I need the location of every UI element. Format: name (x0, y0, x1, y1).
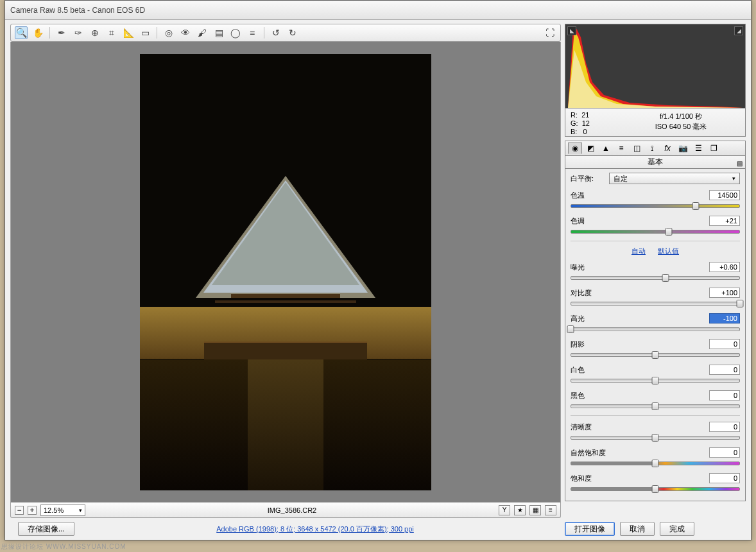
open-image-button[interactable]: 打开图像 (565, 522, 615, 536)
cancel-button[interactable]: 取消 (620, 522, 655, 536)
highlights-value[interactable]: -100 (709, 313, 740, 323)
main-toolbar: 🔍 ✋ ✒ ✑ ⊕ ⌗ 📐 ▭ ◎ 👁 🖌 ▤ ◯ ≡ ↺ ↻ (10, 24, 561, 42)
done-button[interactable]: 完成 (660, 522, 694, 536)
highlights-slider[interactable] (571, 325, 740, 333)
shadows-slider[interactable] (571, 351, 740, 359)
exif-line1: f/1.4 1/100 秒 (622, 111, 740, 121)
crop-tool[interactable]: ⌗ (105, 26, 118, 39)
filename-label: IMG_3586.CR2 (268, 506, 316, 514)
clarity-value[interactable]: 0 (709, 422, 740, 432)
workflow-link[interactable]: Adobe RGB (1998); 8 位; 3648 x 5472 (20.0… (216, 524, 414, 534)
whites-slider[interactable] (571, 377, 740, 384)
wb-select[interactable]: 自定 (609, 173, 740, 184)
blacks-value[interactable]: 0 (709, 390, 740, 401)
contrast-slider[interactable] (571, 300, 740, 307)
tab-presets[interactable]: ☰ (691, 142, 705, 154)
tab-snapshots[interactable]: ❐ (707, 142, 721, 154)
tab-curve[interactable]: ◩ (583, 142, 597, 154)
rotate-ccw-tool[interactable]: ↺ (270, 26, 282, 39)
panel-title: 基本 ▤ (565, 156, 746, 169)
window-title: Camera Raw 8.5 beta - Canon EOS 6D (10, 6, 145, 15)
tab-lens[interactable]: ⟟ (645, 142, 659, 154)
clarity-slider[interactable] (571, 434, 740, 442)
whites-value[interactable]: 0 (709, 365, 740, 375)
tint-slider[interactable] (571, 228, 740, 236)
list-button[interactable]: ≡ (545, 505, 556, 515)
camera-raw-window: Camera Raw 8.5 beta - Canon EOS 6D 🔍 ✋ ✒… (4, 0, 752, 540)
prefs-tool[interactable]: ≡ (246, 26, 259, 39)
basic-panel: 白平衡: 自定 色温14500 色调+21 自动 默认值 曝光+0.60 对比度… (565, 169, 746, 501)
saturation-slider[interactable] (571, 485, 740, 493)
contrast-value[interactable]: +100 (709, 288, 740, 298)
radial-filter-tool[interactable]: ◯ (229, 26, 242, 39)
action-row-left: 存储图像... Adobe RGB (1998); 8 位; 3648 x 54… (10, 518, 561, 537)
redeye-tool[interactable]: 👁 (179, 26, 192, 39)
auto-default-links: 自动 默认值 (571, 246, 740, 256)
wb-eyedropper-tool[interactable]: ✒ (55, 26, 68, 39)
grid-button[interactable]: ▦ (529, 505, 541, 515)
zoom-select[interactable]: 12.5% (40, 505, 85, 516)
fullscreen-toggle[interactable]: ⛶ (544, 26, 556, 39)
tab-fx[interactable]: fx (660, 142, 674, 154)
vibrance-value[interactable]: 0 (709, 447, 740, 458)
tint-value[interactable]: +21 (709, 216, 740, 226)
spot-removal-tool[interactable]: ◎ (162, 26, 175, 39)
histogram[interactable]: ◣ ◢ (565, 24, 746, 108)
watermark: 思缘设计论坛 WWW.MISSYUAN.COM (1, 542, 126, 551)
tab-hsl[interactable]: ≡ (614, 142, 628, 154)
zoom-tool[interactable]: 🔍 (15, 26, 28, 39)
photo-content (140, 54, 431, 490)
panel-tabs: ◉ ◩ ▲ ≡ ◫ ⟟ fx 📷 ☰ ❐ (565, 141, 746, 156)
tab-camera[interactable]: 📷 (676, 142, 690, 154)
temp-slider[interactable] (571, 202, 740, 210)
graduated-filter-tool[interactable]: ▤ (212, 26, 225, 39)
rating-button[interactable]: ★ (514, 505, 526, 515)
tab-detail[interactable]: ▲ (599, 142, 613, 154)
adjustment-brush-tool[interactable]: 🖌 (196, 26, 209, 39)
blacks-slider[interactable] (571, 402, 740, 410)
wb-label: 白平衡: (571, 174, 609, 184)
saturation-value[interactable]: 0 (709, 473, 740, 483)
auto-link[interactable]: 自动 (631, 247, 646, 255)
zoom-out-button[interactable]: − (15, 506, 24, 515)
save-image-button[interactable]: 存储图像... (18, 522, 74, 536)
lens-tool[interactable]: ▭ (139, 26, 151, 39)
titlebar[interactable]: Camera Raw 8.5 beta - Canon EOS 6D (5, 1, 751, 20)
image-preview[interactable] (10, 42, 561, 503)
rotate-cw-tool[interactable]: ↻ (286, 26, 299, 39)
tab-split[interactable]: ◫ (630, 142, 644, 154)
color-sampler-tool[interactable]: ✑ (72, 26, 85, 39)
shadow-clip-icon[interactable]: ◣ (567, 26, 576, 35)
temp-value[interactable]: 14500 (709, 190, 740, 200)
straighten-tool[interactable]: 📐 (122, 26, 135, 39)
exif-line2: ISO 640 50 毫米 (622, 121, 740, 132)
highlight-clip-icon[interactable]: ◢ (734, 26, 743, 35)
zoom-in-button[interactable]: + (28, 506, 37, 515)
filter-button[interactable]: Y (499, 505, 510, 515)
default-link[interactable]: 默认值 (658, 247, 679, 255)
target-adjust-tool[interactable]: ⊕ (89, 26, 101, 39)
panel-menu-icon[interactable]: ▤ (737, 158, 743, 169)
hand-tool[interactable]: ✋ (31, 26, 44, 39)
exposure-value[interactable]: +0.60 (709, 262, 740, 272)
preview-bottombar: − + 12.5% IMG_3586.CR2 Y ★ ▦ ≡ (10, 503, 561, 518)
vibrance-slider[interactable] (571, 460, 740, 467)
info-box: R: 21 G: 12 B: 0 f/1.4 1/100 秒 ISO 640 5… (565, 108, 746, 137)
shadows-value[interactable]: 0 (709, 339, 740, 349)
exposure-slider[interactable] (571, 274, 740, 282)
svg-marker-2 (568, 50, 743, 108)
tab-basic[interactable]: ◉ (568, 142, 582, 154)
